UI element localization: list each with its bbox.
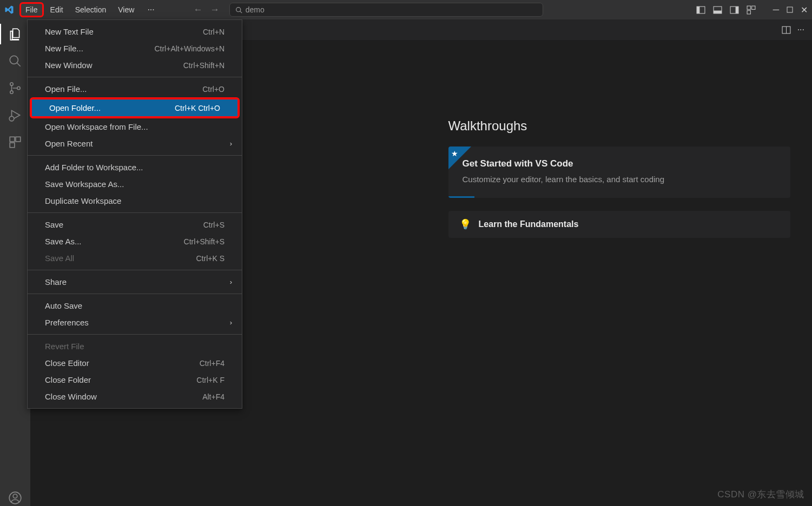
nav-arrows: ← → <box>194 4 220 15</box>
chevron-right-icon: › <box>230 318 232 327</box>
layout-sidebar-left-icon[interactable] <box>696 5 705 15</box>
activity-explorer-icon[interactable] <box>7 26 23 42</box>
menu-dup-workspace[interactable]: Duplicate Workspace <box>28 192 242 209</box>
walkthrough-get-started[interactable]: ★ Get Started with VS Code Customize you… <box>448 147 791 198</box>
menu-new-window[interactable]: New WindowCtrl+Shift+N <box>28 57 242 74</box>
menu-file[interactable]: File <box>19 2 44 17</box>
menu-close-window[interactable]: Close WindowAlt+F4 <box>28 388 242 405</box>
menu-new-text-file[interactable]: New Text FileCtrl+N <box>28 23 242 40</box>
nav-back-icon[interactable]: ← <box>194 4 203 15</box>
svg-rect-5 <box>714 10 722 13</box>
svg-rect-8 <box>747 6 750 9</box>
walkthrough-desc: Customize your editor, learn the basics,… <box>463 174 777 186</box>
menu-separator <box>28 270 242 270</box>
walkthrough-fundamentals[interactable]: 💡 Learn the Fundamentals <box>448 211 791 238</box>
walkthrough-progress <box>448 196 474 198</box>
activity-search-icon[interactable] <box>7 53 23 69</box>
svg-line-13 <box>17 63 21 66</box>
menu-preferences[interactable]: Preferences› <box>28 314 242 331</box>
menu-separator <box>28 155 242 156</box>
menu-auto-save[interactable]: Auto Save <box>28 297 242 314</box>
window-close-icon[interactable]: ✕ <box>801 5 808 15</box>
command-center-text: demo <box>246 5 265 14</box>
menu-separator <box>28 212 242 213</box>
command-center[interactable]: demo <box>229 3 543 17</box>
menu-edit[interactable]: Edit <box>45 2 69 17</box>
walkthrough-fundamentals-label: Learn the Fundamentals <box>479 219 579 229</box>
menu-open-folder[interactable]: Open Folder...Ctrl+K Ctrl+O <box>32 99 237 116</box>
activity-debug-icon[interactable] <box>7 107 23 123</box>
menu-save-all[interactable]: Save AllCtrl+K S <box>28 250 242 267</box>
svg-rect-10 <box>747 10 750 14</box>
menu-view[interactable]: View <box>113 2 140 17</box>
svg-rect-9 <box>751 6 755 9</box>
svg-line-1 <box>240 11 242 12</box>
layout-customize-icon[interactable] <box>747 5 756 15</box>
menu-more-icon[interactable]: ··· <box>141 2 161 18</box>
menu-open-workspace[interactable]: Open Workspace from File... <box>28 118 242 135</box>
svg-rect-18 <box>10 137 15 142</box>
menu-revert[interactable]: Revert File <box>28 338 242 355</box>
file-menu-dropdown: New Text FileCtrl+N New File...Ctrl+Alt+… <box>27 19 242 409</box>
svg-rect-19 <box>16 137 21 142</box>
menu-add-folder[interactable]: Add Folder to Workspace... <box>28 159 242 176</box>
menubar: File Edit Selection View ··· <box>19 2 161 18</box>
split-editor-icon[interactable] <box>782 25 791 35</box>
layout-panel-icon[interactable] <box>713 5 722 15</box>
star-icon: ★ <box>451 149 458 158</box>
window-maximize-icon[interactable] <box>787 6 793 13</box>
walkthroughs-heading: Walkthroughs <box>448 118 791 134</box>
menu-save-as[interactable]: Save As...Ctrl+Shift+S <box>28 233 242 250</box>
nav-forward-icon[interactable]: → <box>210 4 220 15</box>
svg-point-22 <box>13 494 17 498</box>
menu-new-file[interactable]: New File...Ctrl+Alt+Windows+N <box>28 40 242 57</box>
titlebar: File Edit Selection View ··· ← → demo ─ … <box>0 0 812 19</box>
lightbulb-icon: 💡 <box>459 218 471 230</box>
svg-point-17 <box>9 116 14 121</box>
walkthrough-title: Get Started with VS Code <box>463 158 777 169</box>
search-icon <box>235 6 242 14</box>
menu-open-recent[interactable]: Open Recent› <box>28 135 242 152</box>
chevron-right-icon: › <box>230 139 232 148</box>
svg-point-14 <box>10 83 13 85</box>
menu-save[interactable]: SaveCtrl+S <box>28 216 242 233</box>
svg-point-0 <box>236 7 240 11</box>
menu-separator <box>28 334 242 335</box>
menu-open-file[interactable]: Open File...Ctrl+O <box>28 81 242 97</box>
window-controls: ─ ✕ <box>696 5 808 15</box>
vscode-logo-icon <box>4 5 14 15</box>
layout-sidebar-right-icon[interactable] <box>730 5 739 15</box>
activity-account-icon[interactable] <box>7 490 23 506</box>
menu-selection[interactable]: Selection <box>70 2 112 17</box>
chevron-right-icon: › <box>230 278 232 286</box>
menu-separator <box>28 294 242 294</box>
svg-rect-20 <box>10 143 15 148</box>
svg-rect-11 <box>787 7 793 12</box>
svg-point-16 <box>17 86 20 89</box>
menu-share[interactable]: Share› <box>28 274 242 290</box>
svg-point-12 <box>10 56 18 64</box>
watermark: CSDN @东去雪倾城 <box>717 488 804 501</box>
menu-close-editor[interactable]: Close EditorCtrl+F4 <box>28 355 242 371</box>
menu-separator <box>28 77 242 77</box>
svg-rect-7 <box>735 6 738 14</box>
svg-rect-3 <box>697 6 699 14</box>
activity-bar <box>0 19 30 506</box>
activity-extensions-icon[interactable] <box>7 134 23 150</box>
menu-save-workspace[interactable]: Save Workspace As... <box>28 176 242 192</box>
svg-point-15 <box>10 91 13 94</box>
menu-close-folder[interactable]: Close FolderCtrl+K F <box>28 371 242 388</box>
activity-scm-icon[interactable] <box>7 80 23 96</box>
more-actions-icon[interactable]: ··· <box>797 25 804 35</box>
window-minimize-icon[interactable]: ─ <box>773 5 779 15</box>
